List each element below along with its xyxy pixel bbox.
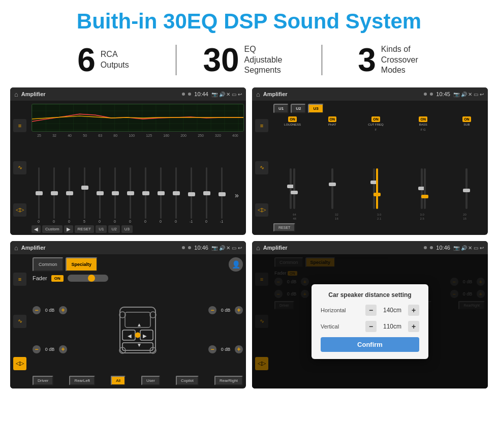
- db-plus-btn-4[interactable]: +: [235, 345, 243, 353]
- left-db-controls: − 0 dB + − 0 dB +: [33, 286, 67, 374]
- db-minus-btn-3[interactable]: −: [208, 306, 216, 314]
- eq-slider-12[interactable]: 0: [199, 167, 213, 223]
- sidebar-eq-icon-3[interactable]: ≡: [13, 273, 26, 286]
- driver-btn[interactable]: Driver: [33, 376, 53, 385]
- fader-slider-horizontal[interactable]: [68, 275, 108, 282]
- stat-crossover-number: 3: [358, 44, 376, 76]
- all-btn[interactable]: All: [111, 376, 126, 385]
- db-minus-btn-1[interactable]: −: [33, 306, 41, 314]
- db-plus-btn-1[interactable]: +: [59, 306, 67, 314]
- eq-slider-4[interactable]: 5: [77, 167, 91, 223]
- db-value-2: 0 dB: [42, 347, 57, 352]
- topbar-dot3: [424, 93, 427, 96]
- sidebar-vol-icon-2[interactable]: ◁▷: [255, 203, 268, 217]
- ch-cutfreq-on: ON: [371, 116, 380, 122]
- screen3-icons: 📷 🔊 ✕ ▭ ↩: [211, 245, 242, 251]
- stat-rca-number: 6: [77, 44, 96, 76]
- db-minus-btn-2[interactable]: −: [33, 345, 41, 353]
- tab-common-btn[interactable]: Common: [33, 257, 64, 272]
- eq-slider-5[interactable]: 0: [92, 167, 107, 223]
- eq-prev-btn[interactable]: ◀: [32, 225, 41, 233]
- page-title: Buith-in 30EQ DSP Sound System: [0, 0, 498, 39]
- eq-reset-btn[interactable]: RESET: [75, 225, 95, 233]
- eq-area: 253240506380100125160200250320400 0 0 0: [29, 101, 246, 235]
- eq-slider-2[interactable]: 0: [47, 167, 61, 223]
- sidebar-vol-icon[interactable]: ◁▷: [13, 203, 26, 217]
- copilot-btn[interactable]: Copilot: [176, 376, 199, 385]
- eq-u3-btn[interactable]: U3: [121, 225, 133, 233]
- home-icon[interactable]: ⌂: [14, 91, 18, 98]
- eq-play-btn[interactable]: ▶: [64, 225, 73, 233]
- sidebar-wave-icon[interactable]: ∿: [13, 161, 26, 174]
- rearleft-btn[interactable]: RearLeft: [69, 376, 95, 385]
- eq-slider-11[interactable]: -1: [184, 167, 198, 223]
- screen-distance: ⌂ Amplifier 10:46 📷 🔊 ✕ ▭ ↩ ≡ ∿ ◁▷ Commo…: [252, 241, 488, 389]
- topbar-dot6: [188, 246, 191, 249]
- db-plus-btn-3[interactable]: +: [235, 306, 243, 314]
- vertical-minus-btn[interactable]: −: [365, 321, 377, 332]
- ch-cutfreq-label: CUT FREQ: [368, 123, 384, 126]
- eq-u1-btn[interactable]: U1: [96, 225, 107, 233]
- svg-text:▼: ▼: [137, 342, 142, 348]
- eq-u2-btn[interactable]: U2: [108, 225, 119, 233]
- sidebar-vol-icon-3[interactable]: ◁▷: [13, 357, 26, 370]
- channel-sub: ON SUB: [448, 116, 486, 213]
- preset-u3-btn[interactable]: U3: [308, 104, 323, 113]
- sidebar-wave-icon-3[interactable]: ∿: [13, 315, 26, 328]
- db-value-3: 0 dB: [218, 308, 233, 313]
- sidebar-eq-icon-2[interactable]: ≡: [255, 119, 268, 132]
- horizontal-minus-btn[interactable]: −: [365, 305, 377, 316]
- sidebar-wave-icon-2[interactable]: ∿: [255, 161, 268, 174]
- home-icon-3[interactable]: ⌂: [14, 244, 18, 252]
- channel-phat: ON PHAT: [313, 116, 351, 213]
- eq-slider-3[interactable]: 0: [62, 167, 76, 223]
- crossover-reset-btn[interactable]: RESET: [273, 223, 295, 232]
- svg-text:▲: ▲: [137, 322, 142, 327]
- screen3-body: ≡ ∿ ◁▷ Common Specialty 👤 Fader ON: [10, 254, 246, 389]
- stat-eq-label: EQ AdjustableSegments: [244, 44, 295, 76]
- user-btn[interactable]: User: [141, 376, 160, 385]
- stat-rca: 6 RCAOutputs: [30, 44, 176, 76]
- channel-loudness: ON LOUDNESS: [273, 116, 312, 213]
- db-value-1: 0 dB: [42, 308, 57, 313]
- eq-custom-btn[interactable]: Custom: [42, 225, 63, 233]
- eq-slider-7[interactable]: 0: [123, 167, 137, 223]
- screen1-time: 10:44: [194, 91, 208, 97]
- eq-slider-13[interactable]: -1: [214, 167, 229, 223]
- svg-text:◀: ◀: [128, 333, 132, 339]
- dialog-title: Car speaker distance setting: [321, 291, 419, 298]
- preset-u1-btn[interactable]: U1: [273, 104, 289, 113]
- ch-bass-label: BASS: [419, 123, 427, 126]
- preset-u2-btn[interactable]: U2: [291, 104, 306, 113]
- vertical-plus-btn[interactable]: +: [408, 321, 419, 332]
- eq-slider-9[interactable]: 0: [153, 167, 168, 223]
- tab-specialty-btn[interactable]: Specialty: [66, 257, 98, 272]
- horizontal-plus-btn[interactable]: +: [408, 305, 419, 316]
- fader-on-badge: ON: [51, 275, 64, 282]
- channel-bass: ON BASS F G: [400, 116, 446, 213]
- confirm-button[interactable]: Confirm: [321, 337, 419, 352]
- eq-slider-expand[interactable]: »: [230, 167, 244, 223]
- dialog-vertical-label: Vertical: [321, 323, 356, 330]
- eq-slider-10[interactable]: 0: [169, 167, 183, 223]
- eq-sliders: 0 0 0 5 0: [32, 138, 244, 223]
- stat-crossover: 3 Kinds ofCrossover Modes: [322, 44, 468, 76]
- screen3-title: Amplifier: [21, 245, 179, 251]
- profile-icon-3[interactable]: 👤: [229, 257, 243, 272]
- eq-slider-6[interactable]: 0: [108, 167, 122, 223]
- vertical-value: 110cm: [380, 323, 405, 330]
- screen2-body: ≡ ∿ ◁▷ U1 U2 U3 ON LOUDNESS: [252, 101, 488, 235]
- home-icon-2[interactable]: ⌂: [256, 91, 260, 98]
- home-icon-4[interactable]: ⌂: [256, 244, 260, 252]
- sidebar-eq-icon[interactable]: ≡: [13, 119, 26, 132]
- db-control-bottom-right: − 0 dB +: [208, 345, 243, 353]
- rearright-btn[interactable]: RearRight: [214, 376, 243, 385]
- fader-main: Common Specialty 👤 Fader ON: [29, 254, 246, 389]
- db-minus-btn-4[interactable]: −: [208, 345, 216, 353]
- eq-slider-1[interactable]: 0: [32, 167, 46, 223]
- fader-control-row: Fader ON: [33, 275, 243, 282]
- db-plus-btn-2[interactable]: +: [59, 345, 67, 353]
- stat-eq-number: 30: [203, 44, 239, 76]
- eq-slider-8[interactable]: 0: [138, 167, 152, 223]
- db-control-top-left: − 0 dB +: [33, 306, 67, 314]
